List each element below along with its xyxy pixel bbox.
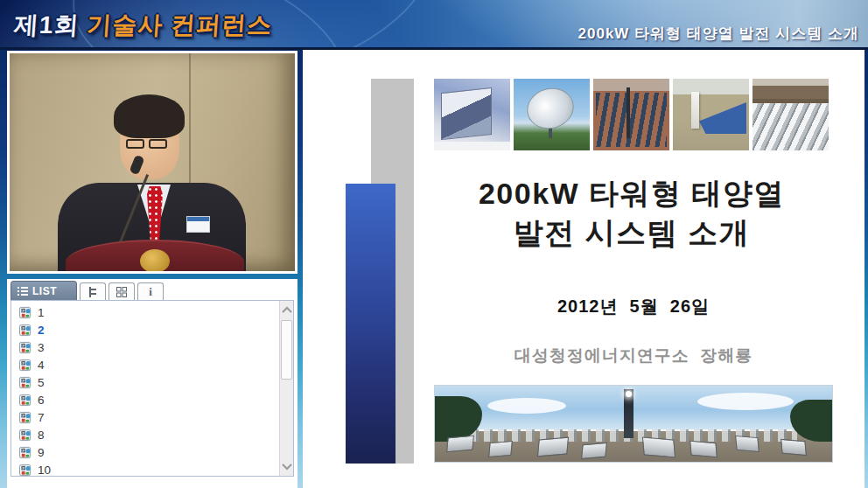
slide-list: P 1 P 2 P 3 P 4 P 5: [11, 303, 278, 478]
scrollbar-thumb[interactable]: [281, 320, 292, 380]
list-item[interactable]: P 7: [11, 408, 278, 426]
list-item[interactable]: P 6: [11, 391, 278, 408]
svg-text:P: P: [22, 448, 24, 452]
solar-furnace-building: [441, 87, 492, 140]
presentation-slide-icon: P: [19, 359, 32, 372]
heliostat-panel: [735, 436, 760, 452]
heliostat-panel: [642, 436, 676, 457]
svg-text:P: P: [22, 308, 24, 312]
list-item[interactable]: P 8: [11, 426, 278, 443]
solar-furnace-photo: [434, 79, 510, 150]
info-icon: i: [149, 285, 152, 299]
svg-text:P: P: [22, 395, 24, 400]
thumbnail-grid-icon: [116, 287, 127, 297]
slide-viewer: 200kW 타워형 태양열 발전 시스템 소개 2012년 5월 26일 대성청…: [303, 50, 864, 488]
list-item-label: 2: [38, 324, 45, 337]
list-item-label: 7: [38, 411, 45, 424]
presentation-slide-icon: P: [19, 464, 32, 477]
heliostat-field-aerial-photo: [593, 79, 669, 150]
svg-text:P: P: [22, 465, 24, 470]
heliostat-panel: [690, 441, 718, 458]
tab-outline[interactable]: [80, 282, 106, 300]
list-item-label: 3: [38, 341, 45, 354]
heliostat-panel: [780, 439, 807, 456]
heliostat-field-panorama-photo: [434, 385, 833, 463]
presentation-slide-icon: P: [19, 429, 32, 442]
tab-list[interactable]: LIST: [10, 281, 77, 300]
presentation-slide-icon: P: [19, 306, 32, 319]
list-scrollbar[interactable]: [279, 301, 293, 476]
list-item[interactable]: P 2: [11, 321, 278, 338]
parabolic-dish: [522, 82, 579, 134]
outline-tree-icon: [88, 287, 98, 297]
mirror-array-field-photo: [752, 79, 829, 150]
list-item-label: 9: [38, 446, 45, 459]
presentation-slide-icon: P: [19, 411, 32, 424]
list-item-label: 1: [38, 306, 45, 319]
heliostat-rows: [596, 93, 667, 147]
cloud: [487, 398, 566, 414]
list-item-label: 8: [38, 429, 45, 442]
name-badge: [186, 216, 210, 233]
parabolic-dish-photo: [514, 79, 590, 150]
snow-ground: [434, 142, 510, 150]
glasses-lens: [149, 139, 167, 149]
lecture-title: 200kW 타워형 태양열 발전 시스템 소개: [578, 24, 859, 44]
list-item[interactable]: P 1: [11, 303, 278, 321]
heliostat-panel: [581, 443, 607, 459]
presentation-slide-icon: P: [19, 446, 32, 459]
tab-info[interactable]: i: [137, 282, 164, 300]
slide-list-box: P 1 P 2 P 3 P 4 P 5: [10, 300, 294, 477]
list-item-label: 4: [38, 359, 45, 372]
list-item[interactable]: P 10: [11, 461, 278, 478]
chevron-up-icon[interactable]: [282, 306, 292, 313]
heliostat-panel: [488, 441, 513, 457]
cloud: [697, 393, 794, 410]
slide-photo-strip: [434, 79, 829, 150]
panel-field: [699, 102, 746, 134]
presentation-slide-icon: P: [19, 376, 32, 389]
list-item-label: 5: [38, 376, 45, 389]
list-item[interactable]: P 4: [11, 356, 278, 373]
list-icon: [18, 287, 28, 296]
page: 제1회 기술사 컨퍼런스 200kW 타워형 태양열 발전 시스템 소개: [0, 0, 868, 488]
list-item[interactable]: P 5: [11, 373, 278, 391]
heliostat-panel: [537, 437, 569, 457]
tab-list-label: LIST: [32, 285, 57, 297]
svg-text:P: P: [22, 360, 24, 365]
presentation-slide-icon: P: [19, 341, 32, 354]
glasses-lens: [126, 139, 144, 149]
mirror-rows: [752, 103, 829, 150]
slide-date: 2012년 5월 26일: [434, 295, 833, 318]
presentation-slide-icon: P: [19, 324, 32, 337]
presenter-glasses: [126, 139, 167, 149]
video-player[interactable]: [7, 51, 298, 274]
list-item-label: 6: [38, 394, 45, 407]
list-tab-bar: LIST i: [10, 281, 164, 300]
solar-tower-plant-photo: [673, 79, 749, 150]
podium-emblem: [140, 249, 170, 271]
list-item[interactable]: P 9: [11, 443, 278, 461]
svg-text:P: P: [22, 325, 24, 330]
chevron-down-icon[interactable]: [282, 464, 292, 471]
presentation-slide-icon: P: [19, 394, 32, 407]
tower: [626, 87, 630, 138]
panorama-solar-tower: [624, 389, 634, 438]
svg-text:P: P: [22, 378, 24, 382]
event-number-text: 제1회: [13, 11, 88, 38]
event-name-text: 기술사 컨퍼런스: [86, 11, 273, 38]
svg-text:P: P: [22, 343, 24, 347]
svg-text:P: P: [22, 413, 24, 417]
slide-list-panel: LIST i: [7, 279, 298, 488]
svg-text:P: P: [22, 430, 24, 435]
list-item[interactable]: P 3: [11, 338, 278, 356]
slide-title-line2: 발전 시스템 소개: [399, 213, 864, 253]
presenter-hair: [114, 94, 185, 138]
white-tower: [691, 92, 699, 129]
video-surface[interactable]: [10, 53, 295, 271]
slide-title: 200kW 타워형 태양열 발전 시스템 소개: [399, 174, 864, 253]
list-item-label: 10: [38, 464, 51, 477]
slide-title-line1: 200kW 타워형 태양열: [399, 174, 864, 213]
heliostat-panel: [446, 436, 474, 453]
tab-thumbnails[interactable]: [108, 282, 135, 300]
